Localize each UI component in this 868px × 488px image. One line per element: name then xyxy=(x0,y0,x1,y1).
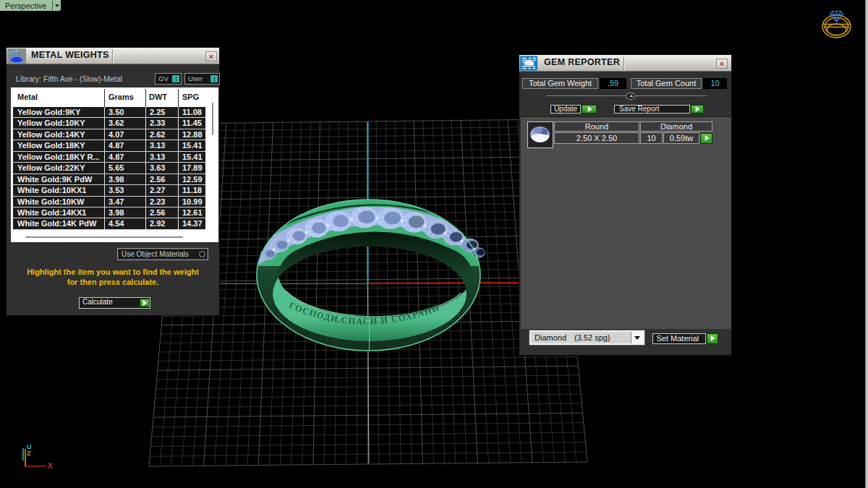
svg-text:Z: Z xyxy=(27,450,31,457)
svg-text:X: X xyxy=(48,462,53,470)
